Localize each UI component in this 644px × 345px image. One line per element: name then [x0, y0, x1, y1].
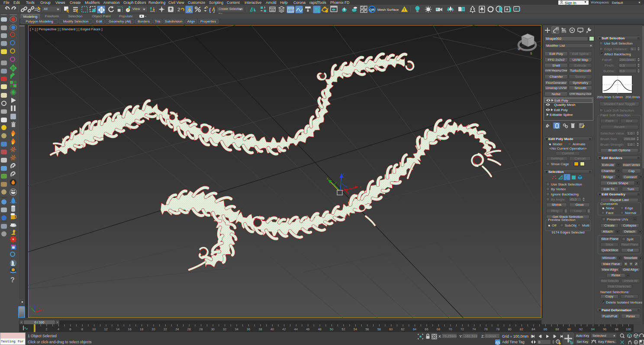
svg-text:!: !: [404, 7, 405, 12]
svg-text:92: 92: [579, 327, 583, 331]
svg-text:x: x: [360, 185, 361, 188]
svg-text:90: 90: [567, 327, 571, 331]
svg-text:z: z: [343, 172, 344, 175]
svg-text:54: 54: [354, 327, 357, 331]
svg-text:2: 2: [177, 6, 180, 12]
svg-text:100: 100: [626, 327, 631, 331]
svg-text:62: 62: [401, 327, 404, 331]
svg-text:42: 42: [282, 327, 286, 331]
svg-text:82: 82: [520, 327, 523, 331]
svg-text:50: 50: [330, 327, 333, 331]
svg-text:z: z: [34, 303, 35, 306]
svg-text:{: {: [209, 6, 211, 13]
svg-text:84: 84: [531, 327, 535, 331]
svg-text:66: 66: [425, 327, 428, 331]
svg-text:40: 40: [270, 327, 274, 331]
svg-text:2: 2: [45, 327, 47, 331]
svg-text:y: y: [327, 177, 328, 179]
svg-text:72: 72: [460, 327, 464, 331]
svg-text:44: 44: [294, 327, 298, 331]
svg-text:76: 76: [484, 327, 488, 331]
svg-text:64: 64: [413, 327, 416, 331]
svg-text:74: 74: [472, 327, 476, 331]
svg-text:12: 12: [104, 327, 107, 331]
svg-text:20: 20: [151, 327, 155, 331]
svg-text:94: 94: [591, 327, 595, 331]
svg-text:48: 48: [318, 327, 321, 331]
svg-text:68: 68: [437, 327, 440, 331]
svg-text:46: 46: [306, 327, 309, 331]
svg-text:98: 98: [615, 327, 618, 331]
svg-text:4: 4: [58, 327, 59, 331]
svg-text:14: 14: [116, 327, 119, 331]
svg-text:30: 30: [211, 327, 214, 331]
svg-text:34: 34: [235, 327, 238, 331]
svg-text:10: 10: [92, 327, 96, 331]
svg-text:80: 80: [508, 327, 511, 331]
svg-text:26: 26: [187, 327, 191, 331]
svg-text:86: 86: [544, 327, 547, 331]
svg-text:18: 18: [140, 327, 143, 331]
svg-text:36: 36: [247, 327, 250, 331]
svg-text:16: 16: [128, 327, 131, 331]
svg-text:60: 60: [389, 327, 393, 331]
svg-text:2: 2: [189, 9, 190, 12]
svg-text:88: 88: [555, 327, 559, 331]
svg-text:96: 96: [603, 327, 606, 331]
svg-text:56: 56: [365, 327, 369, 331]
svg-text:W: W: [518, 48, 521, 51]
svg-text:38: 38: [258, 327, 262, 331]
svg-text:24: 24: [175, 327, 179, 331]
svg-text:78: 78: [496, 327, 499, 331]
svg-text:58: 58: [377, 327, 381, 331]
svg-text:32: 32: [223, 327, 226, 331]
svg-text:S: S: [530, 52, 532, 55]
svg-text:52: 52: [341, 327, 345, 331]
svg-text:28: 28: [199, 327, 203, 331]
svg-text:70: 70: [448, 327, 452, 331]
svg-text:22: 22: [164, 327, 167, 331]
svg-text:Y: Y: [29, 305, 31, 308]
svg-text:x: x: [42, 309, 44, 312]
svg-text:6: 6: [69, 327, 71, 331]
svg-text:8: 8: [81, 327, 83, 331]
